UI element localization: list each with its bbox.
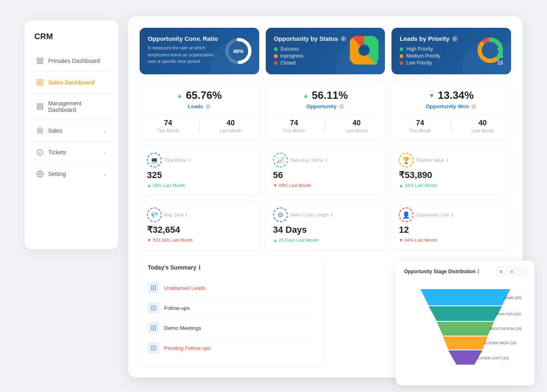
avg-deal-change: ▼ ₹22,000 Last Month (147, 238, 252, 243)
avg-deal-value: ₹32,654 (147, 225, 252, 235)
svg-rect-6 (37, 83, 39, 85)
svg-point-21 (359, 45, 369, 55)
total-demo-change: ▲ 28% Last Month (147, 183, 252, 188)
presales-icon (36, 57, 44, 65)
funnel-btn-grid[interactable]: ⊞ (496, 267, 505, 276)
pipeline-change: ▲ 16% Last Month (399, 183, 504, 188)
sidebar-item-presales[interactable]: Presales Dashboard (31, 53, 112, 69)
svg-text:CLOSED LOST (15): CLOSED LOST (15) (476, 356, 509, 360)
medium-dot (400, 54, 403, 58)
avg-deal-info: i (186, 212, 187, 217)
by-status-info: i (340, 36, 346, 42)
opp-won-label: Opportunity Won i (426, 103, 477, 109)
success-dot (274, 47, 278, 51)
by-status-card: Opportunity by Status i Success 44 Inpro… (266, 28, 385, 74)
sales-icon (36, 78, 44, 87)
daily-avg-demo-card: 📈 Daily Avg. Demo i 56 ▼ 09% Last Month (266, 146, 385, 194)
opp-last-month: 40 Last Month (345, 119, 367, 133)
low-dot (400, 61, 403, 65)
daily-avg-value: 56 (273, 170, 378, 180)
total-demo-info: i (189, 158, 190, 163)
sales-cycle-icon: ⚙ (273, 207, 288, 222)
leads-label: Leads i (188, 103, 211, 109)
daily-avg-header: 📈 Daily Avg. Demo i (273, 153, 378, 167)
leads-this-month: 74 This Month (157, 119, 179, 133)
summary-item-followups[interactable]: Follow-ups (148, 298, 314, 318)
management-label: Management Dashboard (48, 100, 107, 113)
total-demo-icon: 💻 (147, 153, 162, 167)
total-demo-header: 💻 Total Demo i (147, 153, 252, 167)
svg-text:ANALYSIS (42): ANALYSIS (42) (496, 312, 521, 316)
svg-rect-5 (41, 80, 43, 82)
svg-point-15 (39, 173, 41, 175)
closed-dot (274, 61, 278, 65)
opp-lost-icon: 👤 (399, 207, 414, 222)
stat-cards-row: ▲ 65.76% Leads i 74 This Month 40 (140, 81, 511, 140)
svg-marker-43 (429, 306, 502, 321)
sidebar-item-tickets[interactable]: Tickets ⌄ (31, 144, 112, 160)
demos-label: Demo Meetings (164, 325, 201, 331)
svg-text:CLOSED WON (15): CLOSED WON (15) (484, 341, 516, 345)
sidebar-item-sales[interactable]: Sales Dashboard (31, 74, 112, 91)
by-status-pie (350, 36, 378, 66)
svg-rect-2 (37, 62, 39, 64)
svg-rect-4 (37, 80, 39, 82)
pipeline-header: 🏆 Pipeline Value i (399, 153, 504, 167)
sidebar-item-management[interactable]: Management Dashboard (31, 96, 112, 117)
setting-icon (36, 170, 44, 178)
svg-text:Leads (20): Leads (20) (504, 296, 521, 300)
opp-won-months: 74 This Month 40 Last Month (399, 119, 504, 133)
daily-avg-info: i (326, 158, 327, 163)
sidebar-item-sales-menu[interactable]: Sales ⌄ (31, 122, 112, 139)
funnel-header: Opportunity Stage Distribution i ⊞ ⊟ ⋮ (404, 267, 527, 276)
sidebar-item-setting[interactable]: Setting ⌄ (31, 166, 112, 182)
opp-pct: ▲ 56.11% (303, 89, 348, 102)
pending-label: Pending Follow-ups (164, 345, 211, 351)
sales-menu-icon (36, 127, 44, 135)
total-demo-card: 💻 Total Demo i 325 ▲ 28% Last Month (140, 146, 259, 194)
svg-marker-45 (443, 336, 488, 350)
followups-label: Follow-ups (164, 305, 190, 311)
funnel-visual: Leads (20) ANALYSIS (42) NEGOTIATION (20… (404, 281, 527, 379)
opp-won-this-month: 74 This Month (409, 119, 431, 133)
svg-rect-7 (41, 83, 43, 85)
main-dashboard: Opportunity Conv. Ratio It measures the … (128, 16, 523, 377)
closed-label: Closed (280, 60, 296, 66)
summary-item-unattained[interactable]: Unattained Leads (148, 278, 314, 298)
summary-info: i (199, 264, 200, 271)
sales-menu-label: Sales (48, 127, 99, 134)
inprogress-dot (274, 54, 278, 58)
leads-trend-up: ▲ (177, 92, 182, 99)
opp-months: 74 This Month 40 Last Month (273, 119, 378, 133)
followups-icon (148, 302, 159, 314)
svg-rect-9 (41, 104, 43, 106)
conv-ratio-desc: It measures the rate at which employees … (148, 45, 217, 65)
sales-cycle-card: ⚙ Sales Cycle Length i 34 Days ▲ 28 Days… (266, 201, 385, 249)
summary-title: Today's Summary i (148, 264, 314, 271)
pipeline-info: i (447, 158, 448, 163)
leads-priority-card: Leads by Priority i High Priority 44 Med… (391, 28, 511, 74)
leads-priority-info: i (452, 36, 458, 42)
setting-label: Setting (48, 171, 99, 177)
funnel-btn-filter[interactable]: ⊟ (507, 267, 516, 276)
opp-lost-card: 👤 Opportunity Lost i 12 ▼ 04% Last Month (391, 201, 511, 249)
sidebar-logo: CRM (31, 32, 112, 41)
success-label: Success (280, 46, 299, 52)
pipeline-value-card: 🏆 Pipeline Value i ₹53,890 ▲ 16% Last Mo… (391, 146, 511, 194)
svg-rect-11 (41, 107, 43, 109)
svg-point-12 (37, 128, 43, 134)
summary-item-pending[interactable]: Pending Follow-ups (148, 338, 314, 358)
presales-label: Presales Dashboard (48, 58, 107, 64)
svg-rect-3 (41, 62, 43, 64)
conv-ratio-donut: 48% (224, 37, 253, 65)
leads-pct: ▲ 65.76% (177, 89, 222, 102)
opp-lost-header: 👤 Opportunity Lost i (399, 207, 504, 222)
svg-text:NEGOTIATION (20): NEGOTIATION (20) (489, 327, 522, 331)
mini-cards-row2: 💎 Avg. Deal i ₹32,654 ▼ ₹22,000 Last Mon… (140, 201, 511, 249)
conv-ratio-card: Opportunity Conv. Ratio It measures the … (140, 28, 259, 74)
opp-trend-up: ▲ (303, 92, 309, 99)
summary-item-demos[interactable]: Demo Meetings (148, 318, 314, 338)
sales-label: Sales Dashboard (48, 79, 107, 86)
funnel-btn-more[interactable]: ⋮ (518, 267, 527, 276)
funnel-actions: ⊞ ⊟ ⋮ (496, 267, 527, 276)
